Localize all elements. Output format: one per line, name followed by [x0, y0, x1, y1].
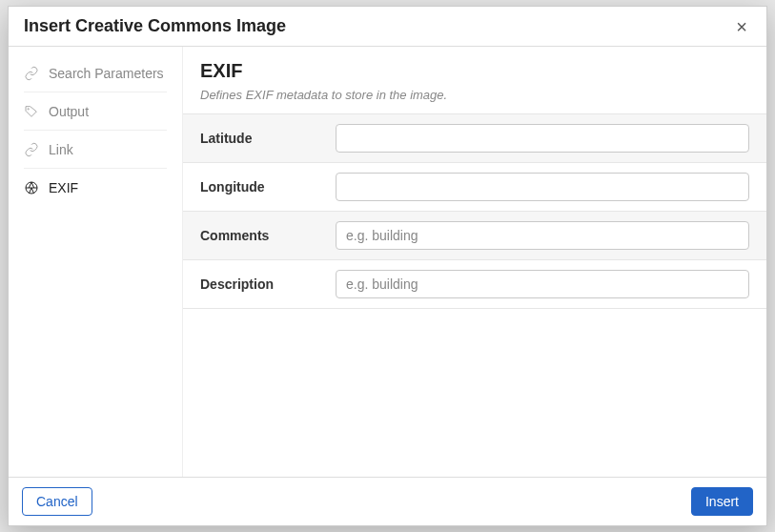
link-icon [24, 142, 39, 157]
sidebar: Search Parameters Output Link [9, 47, 182, 477]
aperture-icon [24, 180, 39, 195]
dialog-body: Search Parameters Output Link [9, 47, 766, 477]
sidebar-item-label: Search Parameters [49, 66, 164, 81]
field-label: Longitude [200, 179, 324, 194]
dialog-title: Insert Creative Commons Image [24, 16, 286, 36]
dialog-footer: Cancel Insert [9, 477, 766, 525]
link-icon [24, 66, 39, 81]
cancel-button[interactable]: Cancel [22, 487, 92, 516]
svg-point-0 [28, 109, 29, 110]
field-row-comments: Comments [183, 212, 766, 260]
sidebar-item-label: Output [49, 104, 89, 119]
field-label: Comments [200, 228, 324, 243]
dialog-header: Insert Creative Commons Image × [9, 7, 766, 47]
latitude-input[interactable] [336, 124, 749, 153]
field-label: Latitude [200, 131, 324, 146]
sidebar-item-exif[interactable]: EXIF [9, 169, 182, 207]
insert-cc-image-dialog: Insert Creative Commons Image × Search P… [8, 6, 767, 526]
panel-title: EXIF [200, 60, 749, 82]
field-row-description: Description [183, 260, 766, 309]
field-row-latitude: Latitude [183, 114, 766, 163]
tag-icon [24, 104, 39, 119]
sidebar-item-output[interactable]: Output [9, 92, 182, 131]
close-button[interactable]: × [732, 17, 751, 36]
sidebar-item-search-parameters[interactable]: Search Parameters [9, 54, 182, 92]
sidebar-item-label: EXIF [49, 180, 78, 195]
close-icon: × [736, 16, 747, 37]
field-label: Description [200, 276, 324, 292]
main-panel: EXIF Defines EXIF metadata to store in t… [182, 47, 766, 477]
longitude-input[interactable] [336, 173, 749, 201]
comments-input[interactable] [336, 221, 749, 250]
sidebar-item-label: Link [49, 142, 73, 157]
field-row-longitude: Longitude [183, 163, 766, 212]
description-input[interactable] [336, 270, 749, 298]
insert-button[interactable]: Insert [691, 487, 753, 516]
sidebar-item-link[interactable]: Link [9, 131, 182, 169]
exif-form: Latitude Longitude Comments Description [183, 113, 766, 309]
panel-description: Defines EXIF metadata to store in the im… [200, 88, 749, 102]
main-header: EXIF Defines EXIF metadata to store in t… [183, 47, 766, 113]
